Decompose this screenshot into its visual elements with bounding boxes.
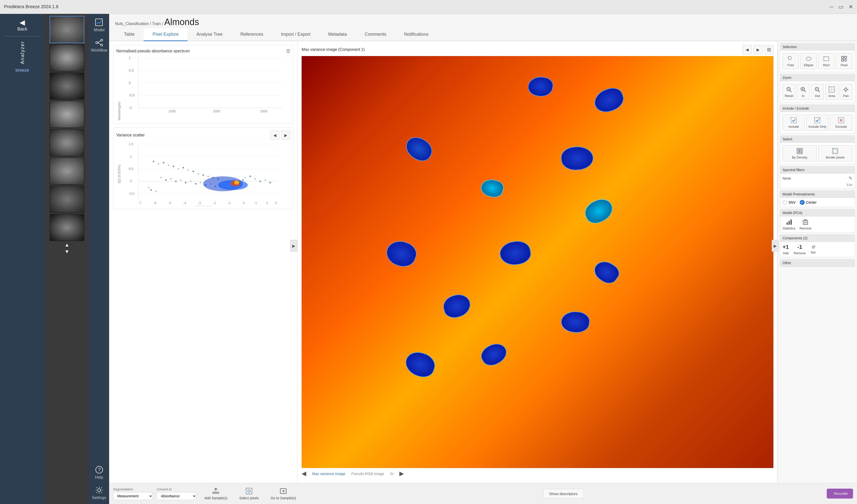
tab-import-export[interactable]: Import / Export <box>272 28 319 41</box>
help-nav-item[interactable]: ? Help <box>95 465 104 480</box>
thumb-scroll-up[interactable]: ▲ <box>65 242 69 248</box>
ellipse-select-btn[interactable]: Ellipse <box>801 53 817 69</box>
go-to-sample-btn[interactable]: Go to Sample(s) <box>267 485 300 502</box>
exclude-icon <box>838 117 845 124</box>
by-density-btn[interactable]: By Density <box>783 145 817 162</box>
tab-table[interactable]: Table <box>115 28 144 41</box>
zoom-out-btn[interactable]: Out <box>811 84 824 100</box>
zoom-reset-btn[interactable]: Reset <box>783 84 795 100</box>
thumbnail-3[interactable] <box>50 72 84 100</box>
set-component-btn[interactable]: Set <box>811 245 816 254</box>
carousel-next-btn[interactable]: ▶ <box>399 470 404 477</box>
help-icon: ? <box>95 465 104 474</box>
back-button[interactable]: ◀ Back <box>0 16 45 34</box>
carousel-item-1[interactable]: Max variance image <box>312 471 345 476</box>
zoom-in-btn[interactable]: In <box>797 84 809 100</box>
close-btn[interactable]: ✕ <box>848 4 853 10</box>
rect-select-btn[interactable]: Rect <box>818 53 835 69</box>
spectrum-menu-btn[interactable]: ☰ <box>286 48 290 54</box>
snv-option[interactable]: SNV <box>783 200 796 205</box>
svg-point-48 <box>153 161 154 162</box>
add-samples-btn[interactable]: Add Sample(s) <box>200 485 232 502</box>
tab-notifications[interactable]: Notifications <box>395 28 437 41</box>
thumbnail-6[interactable] <box>50 157 84 185</box>
thumbnail-5[interactable] <box>50 129 84 156</box>
minimize-btn[interactable]: ─ <box>829 4 834 10</box>
thumbnail-7[interactable] <box>50 186 84 213</box>
select-pixels-btn[interactable]: Select pixels <box>235 485 263 502</box>
add-samples-icon <box>212 487 220 495</box>
zoom-pan-btn[interactable]: Pan <box>840 84 852 100</box>
zoom-btn-grid: Reset In <box>783 84 852 100</box>
thumbnail-8[interactable] <box>50 214 84 241</box>
select-body: By Density Border pixels <box>780 143 855 164</box>
svg-point-70 <box>200 182 201 183</box>
svg-point-71 <box>205 184 206 186</box>
scatter-prev-btn[interactable]: ◀ <box>270 131 279 140</box>
help-label: Help <box>95 475 103 480</box>
sidebar-icons: Model Workflow ? Help Settings <box>89 14 109 504</box>
remove-component-btn[interactable]: -1 Remove <box>794 244 806 255</box>
zoom-area-btn[interactable]: Area <box>825 84 838 100</box>
collapse-charts-btn[interactable]: ▶ <box>290 240 297 252</box>
scatter-next-btn[interactable]: ▶ <box>281 131 290 140</box>
exclude-btn[interactable]: Exclude <box>830 115 852 131</box>
tab-metadata[interactable]: Metadata <box>319 28 356 41</box>
breeze-label: breeze <box>15 68 29 73</box>
border-pixels-btn[interactable]: Border pixels <box>818 145 853 162</box>
include-exclude-section: Include / Exclude Include <box>780 105 855 133</box>
svg-text:-5: -5 <box>168 201 171 205</box>
svg-point-77 <box>242 179 243 181</box>
remove-model-btn[interactable]: Remove <box>800 219 811 230</box>
hyperspectral-image <box>302 56 773 468</box>
center-option[interactable]: ✓ Center <box>800 200 817 205</box>
pixel-select-btn[interactable]: Pixel <box>836 53 852 69</box>
restore-btn[interactable]: ▭ <box>838 4 844 10</box>
convert-to-label: Convert to <box>157 487 197 491</box>
thumbnail-4[interactable] <box>50 101 84 128</box>
tab-analyse-tree[interactable]: Analyse Tree <box>187 28 232 41</box>
thumbnail-2[interactable] <box>50 44 84 71</box>
free-select-btn[interactable]: Free <box>783 53 799 69</box>
tab-pixel-explore[interactable]: Pixel Explore <box>144 28 187 41</box>
svg-point-115 <box>799 150 801 152</box>
zoom-in-icon <box>800 86 807 93</box>
tab-comments[interactable]: Comments <box>356 28 395 41</box>
include-btn[interactable]: Include <box>783 115 805 131</box>
segmentation-select[interactable]: Measurement <box>113 492 153 500</box>
carousel-item-3[interactable]: Si <box>390 471 393 476</box>
include-only-btn[interactable]: Include Only <box>806 115 829 131</box>
thumb-scroll-down[interactable]: ▼ <box>65 249 69 254</box>
carousel-item-2[interactable]: Pseudo RGB image <box>351 471 384 476</box>
thumbnail-1[interactable] <box>50 16 84 43</box>
add-component-btn[interactable]: +1 Add <box>783 244 789 255</box>
recorder-btn[interactable]: Recorder <box>827 489 853 499</box>
svg-text:-3: -3 <box>198 201 201 205</box>
workflow-nav-item[interactable]: Workflow <box>91 38 107 53</box>
zoom-body: Reset In <box>780 81 855 102</box>
tab-references[interactable]: References <box>232 28 272 41</box>
layers-btn[interactable]: ⊞ <box>764 45 773 54</box>
breadcrumb-path: Nuts_Classification / Train / <box>115 21 163 26</box>
spectral-filters-edit-btn[interactable]: ✎ <box>848 175 852 181</box>
scatter-y-label: t[2] (0.815%) <box>116 165 121 183</box>
model-nav-item[interactable]: Model <box>94 18 105 32</box>
statistics-btn[interactable]: Statistics <box>783 219 795 230</box>
segmentation-label: Segmentation <box>113 487 153 491</box>
include-only-label: Include Only <box>808 125 826 129</box>
svg-text:0: 0 <box>129 81 131 85</box>
show-descriptors-btn[interactable]: Show descriptors <box>543 489 584 499</box>
convert-to-select[interactable]: Absorbance <box>157 492 197 500</box>
settings-nav-item[interactable]: Settings <box>92 486 106 500</box>
svg-point-75 <box>150 189 152 191</box>
svg-point-112 <box>799 149 800 150</box>
svg-point-53 <box>178 168 179 169</box>
image-prev-btn[interactable]: ◀ <box>743 45 752 54</box>
image-next-btn[interactable]: ▶ <box>754 45 762 54</box>
almond-shape-3 <box>402 133 436 165</box>
set-component-label: Set <box>811 251 816 254</box>
model-pretreatments-section: Model Pretreatments SNV ✓ Center <box>780 190 855 207</box>
expand-right-panel-btn[interactable]: ▶ <box>772 240 779 252</box>
svg-text:t[1] (98.9%): t[1] (98.9%) <box>196 205 212 206</box>
carousel-prev-btn[interactable]: ◀ <box>302 470 306 477</box>
